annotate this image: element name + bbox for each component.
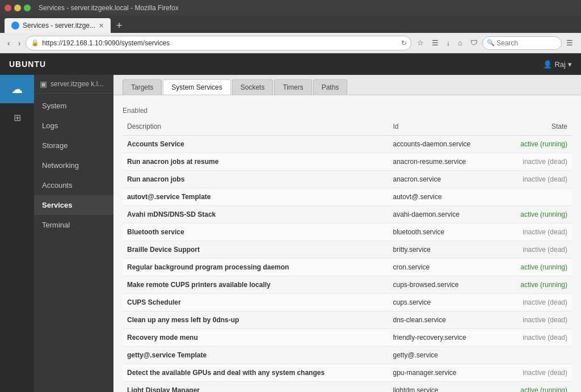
- forward-button[interactable]: ›: [15, 36, 24, 50]
- cell-state: inactive (dead): [500, 224, 572, 241]
- tabs-bar: Targets System Services Sockets Timers P…: [113, 75, 581, 95]
- back-button[interactable]: ‹: [5, 36, 13, 50]
- cell-description: Avahi mDNS/DNS-SD Stack: [123, 206, 388, 224]
- cell-description: getty@.service Template: [123, 347, 388, 364]
- table-row[interactable]: Bluetooth servicebluetooth.serviceinacti…: [123, 224, 572, 241]
- apps-icon: ⊞: [14, 112, 21, 123]
- cell-description: Run anacron jobs: [123, 171, 388, 188]
- sidebar-item-accounts[interactable]: Accounts: [34, 175, 113, 195]
- main-content: Targets System Services Sockets Timers P…: [113, 75, 581, 392]
- cell-id: dns-clean.service: [388, 311, 500, 329]
- table-row[interactable]: Avahi mDNS/DNS-SD Stackavahi-daemon.serv…: [123, 206, 572, 224]
- cell-description: Run anacron jobs at resume: [123, 153, 388, 171]
- cell-description: Regular background program processing da…: [123, 259, 388, 276]
- content-area: Enabled Description Id State Accounts Se…: [113, 95, 581, 392]
- tab-close-button[interactable]: ✕: [99, 22, 104, 29]
- server-icon: ▣: [40, 79, 47, 88]
- table-row[interactable]: Braille Device Supportbritty.serviceinac…: [123, 241, 572, 259]
- table-row[interactable]: Run anacron jobs at resumeanacron-resume…: [123, 153, 572, 171]
- table-row[interactable]: Recovery mode menufriendly-recovery.serv…: [123, 329, 572, 347]
- cell-id: lightdm.service: [388, 382, 500, 393]
- cloud-icon: ☁: [11, 82, 23, 96]
- cell-id: cups-browsed.service: [388, 276, 500, 294]
- cell-state: [500, 347, 572, 364]
- new-tab-button[interactable]: +: [113, 20, 126, 32]
- sidebar-item-networking[interactable]: Networking: [34, 155, 113, 175]
- app-brand: UBUNTU: [9, 60, 46, 69]
- user-menu[interactable]: 👤 Raj ▾: [543, 60, 572, 69]
- cell-description: Bluetooth service: [123, 224, 388, 241]
- services-table: Description Id State Accounts Serviceacc…: [123, 118, 572, 392]
- cell-state: inactive (dead): [500, 153, 572, 171]
- cell-description: Clean up any mess left by 0dns-up: [123, 311, 388, 329]
- table-row[interactable]: Clean up any mess left by 0dns-updns-cle…: [123, 311, 572, 329]
- sidebar-item-logs[interactable]: Logs: [34, 116, 113, 136]
- cell-state: inactive (dead): [500, 329, 572, 347]
- table-row[interactable]: Accounts Serviceaccounts-daemon.servicea…: [123, 136, 572, 153]
- sidebar-icon-apps[interactable]: ⊞: [0, 103, 34, 132]
- home-button[interactable]: ⌂: [454, 36, 466, 49]
- table-row[interactable]: autovt@.service Templateautovt@.service: [123, 188, 572, 206]
- cell-description: CUPS Scheduler: [123, 294, 388, 311]
- sidebar-item-terminal[interactable]: Terminal: [34, 215, 113, 235]
- table-row[interactable]: Light Display Managerlightdm.serviceacti…: [123, 382, 572, 393]
- cell-description: Make remote CUPS printers available loca…: [123, 276, 388, 294]
- cell-state: active (running): [500, 206, 572, 224]
- lock-icon: 🔒: [31, 39, 39, 47]
- address-bar-wrapper: 🔒 ↻: [26, 36, 411, 50]
- cell-id: cups.service: [388, 294, 500, 311]
- cell-state: inactive (dead): [500, 171, 572, 188]
- table-row[interactable]: Run anacron jobsanacron.serviceinactive …: [123, 171, 572, 188]
- window-title: Services - server.itzgeek.local - Mozill…: [39, 4, 179, 12]
- col-id: Id: [388, 118, 500, 136]
- tab-sockets[interactable]: Sockets: [232, 79, 273, 95]
- user-dropdown-icon: ▾: [568, 60, 572, 69]
- shield-button[interactable]: 🛡: [467, 36, 481, 49]
- address-bar[interactable]: [26, 36, 411, 50]
- download-button[interactable]: ↓: [443, 36, 454, 49]
- menu-button[interactable]: ☰: [563, 36, 576, 49]
- minimize-window-button[interactable]: [14, 5, 21, 11]
- table-row[interactable]: CUPS Schedulercups.serviceinactive (dead…: [123, 294, 572, 311]
- active-tab[interactable]: Services - server.itzge... ✕: [5, 18, 111, 33]
- sidebar-nav-items: System Logs Storage Networking Accounts …: [34, 94, 113, 235]
- sidebar-item-services[interactable]: Services: [34, 195, 113, 215]
- close-window-button[interactable]: [5, 5, 11, 11]
- cell-state: inactive (dead): [500, 364, 572, 382]
- cell-state: inactive (dead): [500, 241, 572, 259]
- sidebar-item-storage[interactable]: Storage: [34, 136, 113, 155]
- cell-description: autovt@.service Template: [123, 188, 388, 206]
- maximize-window-button[interactable]: [24, 5, 31, 11]
- table-row[interactable]: Detect the available GPUs and deal with …: [123, 364, 572, 382]
- browser-titlebar: Services - server.itzgeek.local - Mozill…: [0, 0, 581, 16]
- reading-mode-button[interactable]: ☰: [428, 36, 442, 49]
- cell-state: inactive (dead): [500, 311, 572, 329]
- server-name: server.itzgee k.l...: [50, 80, 103, 88]
- cell-state: active (running): [500, 136, 572, 153]
- tab-targets[interactable]: Targets: [123, 79, 162, 95]
- tab-paths[interactable]: Paths: [313, 79, 348, 95]
- cell-id: anacron-resume.service: [388, 153, 500, 171]
- cell-id: cron.service: [388, 259, 500, 276]
- cell-state: [500, 188, 572, 206]
- table-row[interactable]: Make remote CUPS printers available loca…: [123, 276, 572, 294]
- cell-state: active (running): [500, 276, 572, 294]
- table-row[interactable]: getty@.service Templategetty@.service: [123, 347, 572, 364]
- cell-description: Light Display Manager: [123, 382, 388, 393]
- sidebar-item-system[interactable]: System: [34, 96, 113, 116]
- reload-button[interactable]: ↻: [401, 39, 407, 47]
- tab-system-services[interactable]: System Services: [163, 79, 230, 95]
- cell-id: friendly-recovery.service: [388, 329, 500, 347]
- col-state: State: [500, 118, 572, 136]
- search-wrapper: 🔍: [482, 36, 562, 50]
- browser-tabs-bar: Services - server.itzge... ✕ +: [0, 16, 581, 33]
- section-label: Enabled: [123, 107, 572, 115]
- sidebar-icon-cloud[interactable]: ☁: [0, 75, 34, 103]
- tab-timers[interactable]: Timers: [274, 79, 311, 95]
- table-row[interactable]: Regular background program processing da…: [123, 259, 572, 276]
- tab-label: Services - server.itzge...: [23, 22, 95, 29]
- tab-favicon: [11, 22, 19, 29]
- user-label: Raj: [554, 60, 566, 69]
- bookmark-button[interactable]: ☆: [414, 36, 427, 49]
- browser-toolbar: ‹ › 🔒 ↻ ☆ ☰ ↓ ⌂ 🛡 🔍 ☰: [0, 33, 581, 53]
